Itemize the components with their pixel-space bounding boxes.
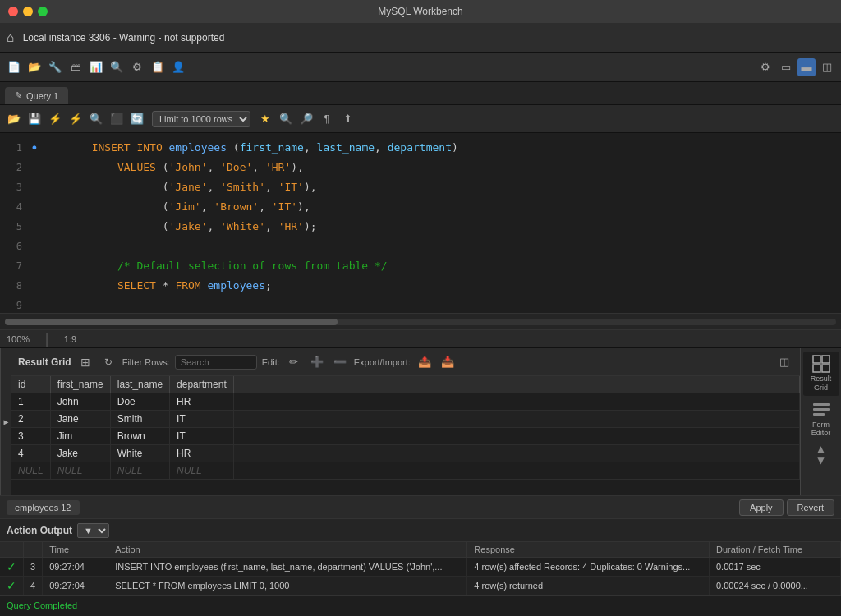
search2-btn[interactable]: 🔎 — [297, 110, 315, 128]
action-output-header: Action Output ▼ — [0, 519, 841, 542]
col-empty — [233, 376, 799, 393]
code-editor[interactable]: programguru.org 1 ● INSERT INTO employee… — [0, 133, 841, 314]
log-row[interactable]: ✓ 3 09:27:04 INSERT INTO employees (firs… — [0, 558, 841, 577]
log-status-3: ✓ — [0, 558, 24, 577]
expand-panel-btn[interactable]: ▶ — [0, 348, 11, 495]
export-btn[interactable]: ⬆ — [338, 110, 356, 128]
form-editor-side-btn[interactable]: FormEditor — [803, 398, 839, 442]
code-line-8: 8 SELECT * FROM employees; — [0, 276, 841, 296]
export-btn2[interactable]: 📤 — [416, 353, 434, 371]
result-grid-side-label: ResultGrid — [811, 375, 832, 393]
refresh-grid-btn[interactable]: ↻ — [99, 353, 117, 371]
save-script-btn[interactable]: 💾 — [25, 110, 44, 128]
action-output-select[interactable]: ▼ — [77, 523, 109, 538]
result-grid-label: Result Grid — [18, 356, 71, 368]
grid-icon-btn[interactable]: ⊞ — [76, 353, 94, 371]
code-line-9: 9 — [0, 296, 841, 314]
cell-extra-2 — [233, 411, 799, 428]
table-row[interactable]: 3 Jim Brown IT — [11, 428, 800, 445]
layout1-btn[interactable]: ▭ — [777, 58, 795, 76]
result-table: id first_name last_name department 1 Joh… — [11, 376, 800, 480]
log-time-4: 09:27:04 — [43, 577, 108, 595]
inspect-btn[interactable]: 🔍 — [108, 58, 126, 76]
open-btn[interactable]: 📂 — [25, 58, 44, 76]
result-grid-side-icon — [812, 355, 830, 373]
instance-label: Local instance 3306 - Warning - not supp… — [23, 32, 225, 44]
import-btn[interactable]: 📥 — [439, 353, 457, 371]
schema-btn[interactable]: 📊 — [87, 58, 105, 76]
query-completed-text: Query Completed — [7, 600, 77, 610]
search-btn[interactable]: 🔍 — [277, 110, 295, 128]
edit-add-btn[interactable]: ➕ — [308, 353, 326, 371]
log-num-4: 4 — [24, 577, 43, 595]
maximize-button[interactable] — [38, 7, 48, 16]
refresh-btn[interactable]: 🔧 — [46, 58, 64, 76]
query-tab-1[interactable]: ✎ Query 1 — [5, 87, 68, 104]
status-bar: 100% | 1:9 — [0, 330, 841, 348]
table-btn[interactable]: 🗃 — [67, 58, 85, 76]
user-btn[interactable]: 👤 — [169, 58, 187, 76]
employees-tab-label: employees 12 — [15, 503, 71, 513]
cell-id-2: 2 — [11, 411, 50, 428]
col-first-name: first_name — [50, 376, 110, 393]
log-duration-3: 0.0017 sec — [710, 558, 841, 577]
home-icon[interactable]: ⌂ — [7, 30, 15, 45]
scroll-down-btn[interactable]: ▼ — [817, 454, 824, 466]
cell-extra-3 — [233, 428, 799, 445]
run-sel-btn[interactable]: ⚡ — [67, 110, 85, 128]
log-num-3: 3 — [24, 558, 43, 577]
result-toolbar: Result Grid ⊞ ↻ Filter Rows: Edit: ✏ ➕ ➖… — [11, 348, 800, 376]
scroll-arrows: ▲ ▼ — [817, 443, 824, 469]
format-btn[interactable]: ¶ — [318, 110, 336, 128]
result-grid-side-btn[interactable]: ResultGrid — [803, 352, 839, 396]
table-row-null[interactable]: NULL NULL NULL NULL — [11, 462, 800, 480]
scroll-up-btn[interactable]: ▲ — [817, 443, 824, 454]
edit-remove-btn[interactable]: ➖ — [331, 353, 349, 371]
log-action-3: INSERT INTO employees (first_name, last_… — [108, 558, 467, 577]
cell-dept-1: HR — [170, 393, 234, 411]
explain-btn[interactable]: 🔍 — [87, 110, 105, 128]
svg-rect-0 — [813, 356, 820, 363]
employees-tab[interactable]: employees 12 — [7, 500, 80, 515]
cell-lname-4: White — [110, 445, 169, 462]
open-script-btn[interactable]: 📂 — [5, 110, 23, 128]
apply-button[interactable]: Apply — [739, 499, 784, 516]
h-scrollbar[interactable] — [5, 319, 836, 325]
log-duration-4: 0.00024 sec / 0.0000... — [710, 577, 841, 595]
svg-rect-5 — [813, 408, 830, 411]
stop-btn[interactable]: ⬛ — [108, 110, 126, 128]
cell-fname-1: John — [50, 393, 110, 411]
limit-select[interactable]: Limit to 1000 rows — [152, 111, 250, 127]
cell-dept-null: NULL — [170, 462, 234, 480]
table-row[interactable]: 4 Jake White HR — [11, 445, 800, 462]
minimize-button[interactable] — [23, 7, 33, 16]
bookmark-btn[interactable]: ★ — [256, 110, 274, 128]
log-row[interactable]: ✓ 4 09:27:04 SELECT * FROM employees LIM… — [0, 577, 841, 595]
toggle-btn[interactable]: 🔄 — [128, 110, 146, 128]
table-row[interactable]: 1 John Doe HR — [11, 393, 800, 411]
layout3-btn[interactable]: ◫ — [818, 58, 836, 76]
action-output-table: Time Action Response Duration / Fetch Ti… — [0, 542, 841, 595]
edit-label: Edit: — [262, 357, 280, 367]
routine-btn[interactable]: 📋 — [149, 58, 167, 76]
export-label: Export/Import: — [354, 357, 411, 367]
proc-btn[interactable]: ⚙ — [128, 58, 146, 76]
new-file-btn[interactable]: 📄 — [5, 58, 23, 76]
form-editor-side-icon — [812, 401, 830, 419]
col-status — [0, 542, 24, 558]
close-button[interactable] — [8, 7, 18, 16]
revert-button[interactable]: Revert — [787, 499, 834, 516]
search-input[interactable] — [175, 355, 257, 370]
edit-pencil-btn[interactable]: ✏ — [285, 353, 303, 371]
col-time: Time — [43, 542, 108, 558]
cell-extra-1 — [233, 393, 799, 411]
layout2-btn[interactable]: ▬ — [797, 58, 816, 76]
table-row[interactable]: 2 Jane Smith IT — [11, 411, 800, 428]
cell-fname-null: NULL — [50, 462, 110, 480]
h-scrollbar-thumb[interactable] — [5, 319, 338, 325]
wrap-btn[interactable]: ◫ — [775, 353, 793, 371]
cell-dept-3: IT — [170, 428, 234, 445]
settings-btn[interactable]: ⚙ — [756, 58, 774, 76]
run-btn[interactable]: ⚡ — [46, 110, 64, 128]
cell-id-3: 3 — [11, 428, 50, 445]
